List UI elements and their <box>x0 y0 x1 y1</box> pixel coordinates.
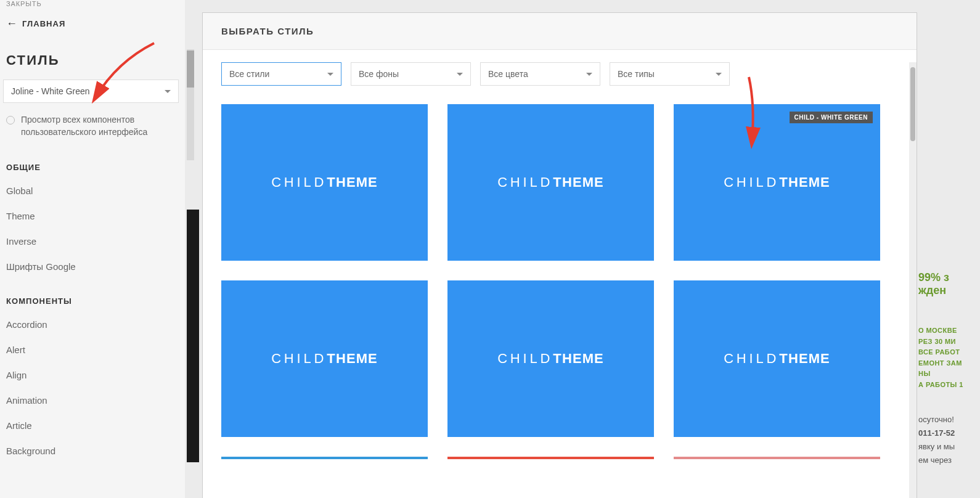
theme-grid: CHILDTHEME CHILDTHEME CHILD - WHITE GREE… <box>203 98 917 488</box>
back-label: ГЛАВНАЯ <box>22 19 65 28</box>
preview-scroll-thumb[interactable] <box>187 51 194 88</box>
sidebar-item-article[interactable]: Article <box>0 413 185 438</box>
chevron-down-icon <box>327 73 333 76</box>
preview-all-radio[interactable]: Просмотр всех компонентов пользовательск… <box>0 114 185 152</box>
bg-right-gray: осуточно! 011-17-52 явку и мы ем через <box>918 413 980 467</box>
theme-card[interactable] <box>674 457 880 475</box>
sidebar-title: СТИЛЬ <box>0 41 185 80</box>
filter-backgrounds[interactable]: Все фоны <box>351 62 471 86</box>
chevron-down-icon <box>586 73 592 76</box>
sidebar-item-align[interactable]: Align <box>0 362 185 388</box>
sidebar-item-google-fonts[interactable]: Шрифты Google <box>0 254 185 279</box>
group-components-label: КОМПОНЕНТЫ <box>0 279 185 312</box>
arrow-left-icon: ← <box>6 17 17 30</box>
bg-right-headline: 99% зжден <box>918 271 980 297</box>
sidebar-item-global[interactable]: Global <box>0 178 185 203</box>
sidebar-item-animation[interactable]: Animation <box>0 388 185 413</box>
theme-card[interactable]: CHILDTHEME <box>221 280 428 437</box>
theme-card[interactable] <box>221 457 428 475</box>
modal-scroll-thumb[interactable] <box>910 67 915 141</box>
modal-title: ВЫБРАТЬ СТИЛЬ <box>221 26 314 36</box>
theme-card[interactable]: CHILDTHEME <box>221 104 428 261</box>
sidebar-item-theme[interactable]: Theme <box>0 203 185 229</box>
sidebar-item-alert[interactable]: Alert <box>0 337 185 362</box>
sidebar-item-inverse[interactable]: Inverse <box>0 229 185 254</box>
style-modal: ВЫБРАТЬ СТИЛЬ Все стили Все фоны Все цве… <box>202 12 917 498</box>
theme-card[interactable]: CHILDTHEME <box>447 104 654 261</box>
filter-colors-label: Все цвета <box>488 69 528 79</box>
close-label[interactable]: ЗАКРЫТЬ <box>0 0 185 10</box>
style-select[interactable]: Joline - White Green <box>3 80 179 103</box>
radio-icon <box>6 116 15 124</box>
filter-colors[interactable]: Все цвета <box>480 62 600 86</box>
filter-backgrounds-label: Все фоны <box>359 69 399 79</box>
group-general-label: ОБЩИЕ <box>0 152 185 178</box>
theme-card[interactable] <box>447 457 654 475</box>
sidebar: ЗАКРЫТЬ ← ГЛАВНАЯ СТИЛЬ Joline - White G… <box>0 0 185 498</box>
chevron-down-icon <box>165 90 171 93</box>
modal-header: ВЫБРАТЬ СТИЛЬ <box>203 13 917 50</box>
bg-right-small: О МОСКВЕ РЕЗ 30 МИ ВСЕ РАБОТ ЕМОНТ ЗАМ Н… <box>918 325 980 391</box>
radio-label: Просмотр всех компонентов пользовательск… <box>21 114 179 138</box>
theme-badge: CHILD - WHITE GREEN <box>790 112 873 123</box>
theme-card[interactable]: CHILDTHEME <box>447 280 654 437</box>
filter-types-label: Все типы <box>618 69 655 79</box>
chevron-down-icon <box>716 73 722 76</box>
modal-filters: Все стили Все фоны Все цвета Все типы <box>203 50 917 98</box>
theme-card[interactable]: CHILDTHEME <box>674 280 880 437</box>
style-select-value: Joline - White Green <box>11 86 90 96</box>
filter-styles-label: Все стили <box>229 69 269 79</box>
sidebar-item-background[interactable]: Background <box>0 438 185 463</box>
chevron-down-icon <box>457 73 463 76</box>
filter-styles[interactable]: Все стили <box>221 62 341 86</box>
preview-dark-strip <box>187 210 199 462</box>
sidebar-item-accordion[interactable]: Accordion <box>0 312 185 337</box>
theme-card[interactable]: CHILD - WHITE GREEN CHILDTHEME <box>674 104 880 261</box>
back-button[interactable]: ← ГЛАВНАЯ <box>0 10 185 41</box>
filter-types[interactable]: Все типы <box>610 62 730 86</box>
